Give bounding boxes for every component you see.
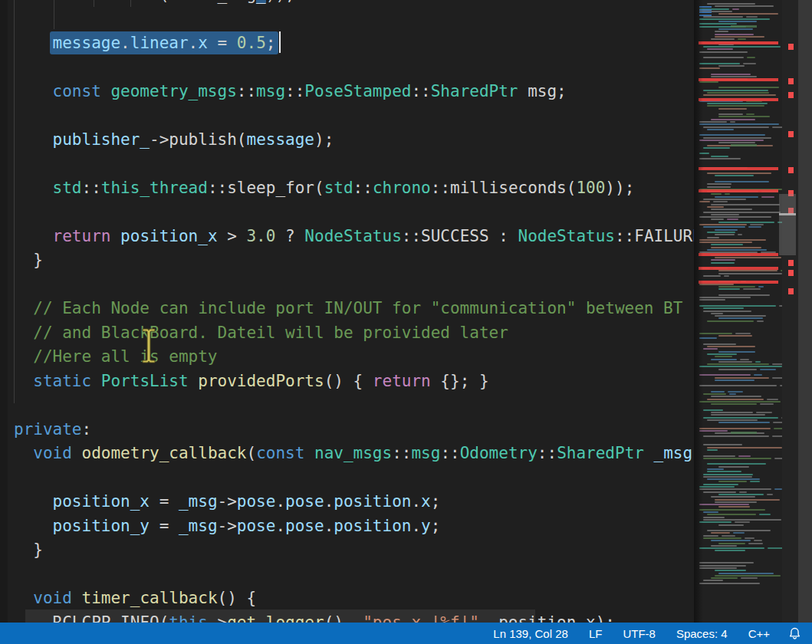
code-line[interactable]: } [14, 538, 43, 563]
editor-left-shade [0, 0, 8, 623]
code-line[interactable]: position_y = _msg->pose.pose.position.y; [14, 514, 440, 538]
overview-ruler-error-marker [788, 78, 794, 84]
minimap-error-line [699, 78, 778, 81]
code-editor[interactable]: (twist_msg_)); message.linear.x = 0.5; c… [0, 0, 694, 623]
code-line[interactable]: RCLCPP_INFO(this->get_logger(), "pos x |… [14, 610, 615, 623]
text-selection: message.linear.x = 0.5; [50, 31, 279, 54]
minimap-error-line [699, 281, 778, 284]
minimap-slider[interactable] [779, 194, 796, 255]
overview-ruler-error-marker [788, 288, 794, 294]
minimap-shadow [694, 0, 703, 623]
overview-ruler-error-marker [788, 44, 794, 50]
status-bar: Ln 139, Col 28 LF UTF-8 Spaces: 4 C++ [0, 623, 812, 644]
overview-ruler-error-marker [788, 167, 794, 173]
vscode-editor-window: (twist_msg_)); message.linear.x = 0.5; c… [0, 0, 812, 644]
code-line[interactable]: publisher_->publish(message); [14, 127, 334, 152]
scrollbar-track[interactable] [798, 0, 812, 623]
notifications-bell-button[interactable] [787, 626, 802, 641]
code-line[interactable]: message.linear.x = 0.5; [14, 31, 275, 55]
minimap-error-line [699, 41, 778, 44]
code-line[interactable]: std::this_thread::sleep_for(std::chrono:… [14, 176, 634, 200]
overview-ruler-error-marker [788, 270, 794, 276]
minimap-error-line [699, 167, 778, 170]
minimap-error-line [699, 267, 778, 270]
minimap-section-separator [731, 25, 757, 28]
text-cursor-caret [279, 31, 281, 53]
status-eol-sequence[interactable]: LF [589, 627, 603, 640]
code-line[interactable]: // Each Node can include port IN/OUT for… [14, 297, 682, 321]
minimap-section-separator [731, 432, 757, 434]
code-line[interactable]: (twist_msg_)); [14, 0, 295, 7]
bell-icon [787, 626, 802, 641]
minimap-slider-edge [779, 213, 796, 215]
status-language-mode[interactable]: C++ [748, 627, 770, 640]
minimap-error-line [699, 98, 778, 101]
overview-ruler-error-marker [788, 260, 794, 266]
minimap-section-separator [731, 144, 757, 146]
overview-ruler-error-marker [788, 131, 794, 137]
code-line[interactable]: position_x = _msg->pose.pose.position.x; [14, 490, 440, 514]
code-line[interactable]: void odometry_callback(const nav_msgs::m… [14, 442, 692, 466]
minimap-error-line [699, 189, 778, 192]
code-line[interactable]: private: [14, 417, 91, 442]
code-line[interactable]: // and BlackBoard. Dateil will be proivi… [14, 320, 508, 345]
code-line[interactable]: } [14, 248, 43, 273]
minimap-error-line [699, 253, 778, 256]
status-indentation[interactable]: Spaces: 4 [676, 627, 728, 640]
code-line[interactable]: const geometry_msgs::msg::PoseStamped::S… [14, 79, 567, 104]
mouse-ibeam-cursor [140, 328, 157, 363]
code-line[interactable]: static PortsList providedPorts() { retur… [14, 369, 489, 393]
code-line[interactable]: //Here all is empty [14, 345, 218, 370]
code-line[interactable]: return position_x > 3.0 ? NodeStatus::SU… [14, 224, 694, 248]
status-encoding[interactable]: UTF-8 [623, 627, 656, 640]
status-cursor-position[interactable]: Ln 139, Col 28 [493, 627, 568, 640]
code-line[interactable]: void timer_callback() { [14, 586, 256, 611]
overview-ruler-error-marker [788, 92, 794, 98]
minimap[interactable] [694, 0, 812, 623]
